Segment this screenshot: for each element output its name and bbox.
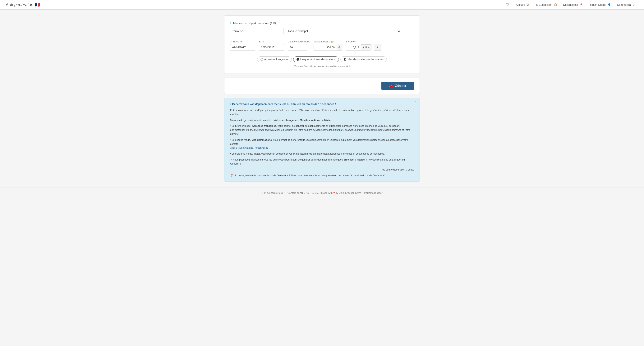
navbar: A ik generator. 🇫🇷 🛡 Accueil 🏠 IK Sugges… bbox=[0, 0, 644, 10]
nav-destinations[interactable]: Destinations 📍 bbox=[560, 1, 586, 9]
date-to-input[interactable] bbox=[259, 44, 284, 51]
generer-link[interactable]: Générer bbox=[230, 162, 240, 165]
date-from-group: ⚠ Entre le bbox=[230, 40, 255, 51]
main-content: ℹ Adresse de départ principale (11/2) To… bbox=[220, 15, 424, 182]
address-row: Toulouse ▾ Avenue Crampel ▾ bbox=[230, 28, 414, 34]
radio-francaises-label: Adresses françaises bbox=[264, 58, 288, 61]
generate-button[interactable]: 🚗 Génerer bbox=[382, 82, 414, 90]
heart-icon: ♥ bbox=[333, 192, 335, 194]
radio-mes-destinations-label: Uniquement mes destinations bbox=[300, 58, 336, 61]
form-card: ℹ Adresse de départ principale (11/2) To… bbox=[224, 15, 420, 74]
info-line2: 3 modes de génération sont possibles : A… bbox=[230, 118, 414, 122]
bareme-input[interactable] bbox=[346, 44, 361, 51]
nav-ik-suggestion[interactable]: IK Suggestion 📋 bbox=[532, 1, 560, 9]
generate-area: 🚗 Génerer bbox=[224, 78, 420, 94]
info-box: × ℹ Générez tous vos déplacements mensue… bbox=[224, 98, 420, 182]
radio-mixte-label: Mes destinations et françaises bbox=[348, 58, 384, 61]
info-line5: • Le troisième mode, Mixte, vous permet … bbox=[230, 152, 414, 156]
footer-colia-link[interactable]: Colia bbox=[339, 192, 344, 194]
date-to-group: Et le bbox=[259, 40, 284, 51]
car-icon: 🚗 bbox=[389, 84, 393, 88]
montant-label: Montant désiré $$$ bbox=[314, 40, 342, 43]
bareme-info-icon: ℹ bbox=[355, 40, 356, 43]
user-icon: 👤 bbox=[608, 3, 611, 6]
number-input[interactable] bbox=[395, 28, 414, 34]
money-icon: $$$ bbox=[331, 40, 335, 43]
radio-francaises[interactable]: Adresses françaises bbox=[257, 56, 292, 62]
info-line6: ✓ Vous possédez maintenant tous les outi… bbox=[230, 158, 414, 166]
info-line4: • Le second mode, Mes destinations, vous… bbox=[230, 138, 414, 150]
nav-commercial[interactable]: Commercial ✓ bbox=[614, 1, 638, 9]
info-title-line: ℹ Générez tous vos déplacements mensuels… bbox=[230, 102, 414, 106]
radio-dot-mes-destinations bbox=[296, 58, 299, 61]
calculator-button[interactable]: 🖩 bbox=[374, 44, 382, 51]
info-title: Générez tous vos déplacements mensuels o… bbox=[232, 103, 336, 106]
date-from-input[interactable] bbox=[230, 44, 255, 51]
bareme-input-row: € / km 🖩 bbox=[346, 44, 382, 51]
deplacements-label: Déplacements max. bbox=[288, 40, 310, 43]
brand-flag: 🇫🇷 bbox=[35, 2, 40, 7]
footer-made-with: | Made with bbox=[320, 192, 333, 194]
generate-button-label: Génerer bbox=[395, 84, 406, 88]
section-title: Adresse de départ principale (11/2) bbox=[232, 22, 277, 25]
destinations-link[interactable]: Aller à : Destinations Personnelles bbox=[230, 146, 268, 149]
street-select-wrap: Avenue Crampel ▾ bbox=[286, 28, 392, 34]
footer-or: ou ☎ bbox=[297, 192, 304, 194]
deplacements-input[interactable] bbox=[288, 44, 307, 51]
date-to-label: Et le bbox=[259, 40, 284, 43]
brand: A ik generator. 🇫🇷 bbox=[6, 2, 40, 7]
radio-dot-mixte bbox=[344, 58, 346, 61]
nav-accueil[interactable]: Accueil 🏠 bbox=[513, 1, 532, 9]
pin-icon: 📍 bbox=[580, 3, 583, 6]
info-icon: ℹ bbox=[230, 21, 231, 25]
nav-links: Accueil 🏠 IK Suggestion 📋 Destinations 📍… bbox=[513, 1, 638, 9]
close-button[interactable]: × bbox=[415, 100, 416, 104]
footer-accueil-link[interactable]: Accueil (www) bbox=[346, 192, 362, 194]
info-box-icon: ℹ bbox=[230, 102, 231, 106]
info-line7: ❓ Un doute, besoin de masquer le mode Ge… bbox=[230, 174, 414, 178]
bareme-field-wrap: € / km bbox=[346, 44, 372, 51]
radio-dot-francaises bbox=[260, 58, 263, 61]
bareme-unit: € / km bbox=[361, 44, 372, 51]
city-select[interactable]: Toulouse bbox=[230, 28, 284, 34]
montant-group: Montant désiré $$$ € bbox=[314, 40, 342, 51]
brand-a: A bbox=[6, 2, 8, 7]
footer-by: by bbox=[336, 192, 339, 194]
brand-name: ik generator. bbox=[10, 2, 33, 7]
date-from-label: ⚠ Entre le bbox=[230, 40, 255, 43]
footer-contact-link[interactable]: Contact bbox=[288, 192, 296, 194]
info-line3: • Le premier mode, Adresses françaises, … bbox=[230, 124, 414, 136]
status-text: Tout est OK, utilisez ces fonctionnalité… bbox=[230, 65, 414, 68]
warning-icon: ⚠ bbox=[230, 40, 232, 43]
table-icon: 📋 bbox=[554, 3, 557, 6]
footer-phone-link[interactable]: 0782 780 350 bbox=[304, 192, 319, 194]
montant-currency: € bbox=[336, 44, 342, 51]
shield-icon: 🛡 bbox=[506, 3, 509, 7]
city-select-wrap: Toulouse ▾ bbox=[230, 28, 284, 34]
check-icon: ✓ bbox=[633, 3, 635, 6]
right-text: Très bonne génération à vous. bbox=[230, 168, 414, 172]
bareme-label: Barème ℹ bbox=[346, 40, 382, 43]
radio-mixte[interactable]: Mes destinations et françaises bbox=[340, 56, 387, 62]
footer-parrainage-link[interactable]: Parrainage Uber bbox=[364, 192, 382, 194]
bareme-group: Barème ℹ € / km 🖩 bbox=[346, 40, 382, 51]
info-line1: Entrez votre adresse de départ principal… bbox=[230, 108, 414, 116]
footer-copyright: © IK-Generator 2017 – bbox=[262, 192, 287, 194]
deplacements-group: Déplacements max. bbox=[288, 40, 310, 51]
montant-input[interactable] bbox=[314, 44, 336, 51]
fields-row: ⚠ Entre le Et le Déplacements max. Mo bbox=[230, 40, 414, 51]
section-header: ℹ Adresse de départ principale (11/2) bbox=[230, 21, 414, 25]
street-select[interactable]: Avenue Crampel bbox=[286, 28, 392, 34]
montant-input-row: € bbox=[314, 44, 342, 51]
radio-row: Adresses françaises Uniquement mes desti… bbox=[230, 56, 414, 62]
footer: © IK-Generator 2017 – Contact ou ☎ 0782 … bbox=[0, 188, 644, 198]
home-icon: 🏠 bbox=[526, 3, 530, 6]
nav-robain-oudde[interactable]: Robain Oudde 👤 bbox=[586, 1, 614, 9]
radio-mes-destinations[interactable]: Uniquement mes destinations bbox=[293, 56, 339, 62]
